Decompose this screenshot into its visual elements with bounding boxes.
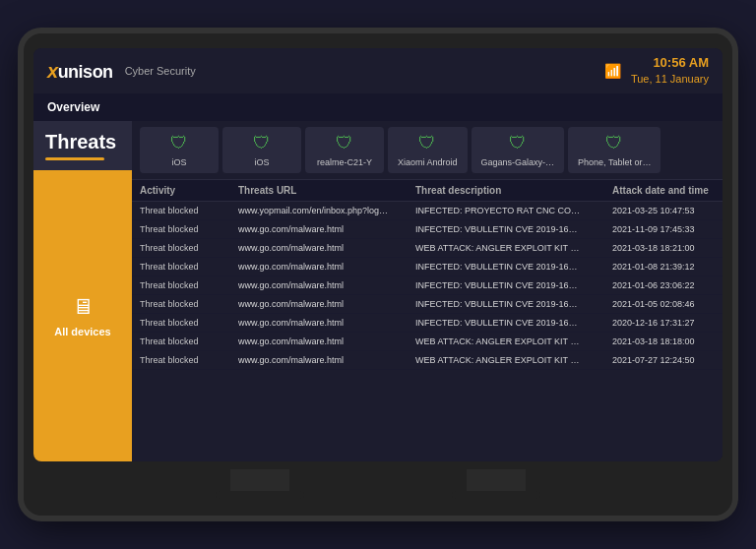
table-column-header: Attack date and time [612, 185, 723, 196]
td-url: www.go.com/malware.html [238, 224, 415, 234]
table-row[interactable]: Threat blocked www.go.com/malware.html W… [132, 333, 723, 351]
td-datetime: 2021-11-09 17:45:33 [612, 224, 723, 234]
table-column-header: Threat description [415, 185, 612, 196]
td-url: www.yopmail.com/en/inbox.php?log… [238, 206, 415, 215]
main-content: Threats 🖥 All devices 🛡 iOS 🛡 iOS 🛡 real… [33, 121, 723, 461]
td-description: WEB ATTACK: ANGLER EXPLOIT KIT … [415, 336, 612, 346]
devices-row: 🛡 iOS 🛡 iOS 🛡 realme-C21-Y 🛡 Xiaomi Andr… [132, 121, 723, 180]
td-activity: Threat blocked [140, 224, 238, 234]
device-card[interactable]: 🛡 iOS [222, 127, 301, 173]
device-shield-icon: 🛡 [605, 133, 623, 153]
device-name: iOS [254, 157, 269, 167]
clock-time: 10:56 AM [631, 54, 709, 72]
right-panel: 🛡 iOS 🛡 iOS 🛡 realme-C21-Y 🛡 Xiaomi Andr… [132, 121, 723, 461]
cyber-security-label: Cyber Security [125, 65, 196, 77]
table-row[interactable]: Threat blocked www.yopmail.com/en/inbox.… [132, 202, 723, 220]
device-shield-icon: 🛡 [418, 133, 436, 153]
device-shield-icon: 🛡 [336, 133, 353, 153]
table-area: ActivityThreats URLThreat descriptionAtt… [132, 180, 723, 461]
tv-leg-right [467, 469, 526, 499]
threats-panel: Threats [33, 121, 132, 170]
device-shield-icon: 🛡 [170, 133, 188, 153]
device-card[interactable]: 🛡 Xiaomi Android [388, 127, 468, 173]
clock-area: 10:56 AM Tue, 11 January [631, 54, 709, 88]
td-url: www.go.com/malware.html [238, 299, 415, 309]
table-row[interactable]: Threat blocked www.go.com/malware.html W… [132, 239, 723, 258]
td-description: INFECTED: VBULLETIN CVE 2019-16… [415, 224, 612, 234]
td-description: INFECTED: PROYECTO RAT CNC CO… [415, 206, 612, 215]
clock-date: Tue, 11 January [631, 72, 709, 87]
table-row[interactable]: Threat blocked www.go.com/malware.html I… [132, 220, 723, 239]
table-row[interactable]: Threat blocked www.go.com/malware.html I… [132, 276, 723, 295]
td-activity: Threat blocked [140, 336, 238, 346]
td-activity: Threat blocked [140, 206, 238, 215]
td-activity: Threat blocked [140, 243, 238, 253]
logo-x: x [47, 60, 58, 82]
nav-bar: Overview [33, 93, 723, 121]
table-column-header: Threats URL [238, 185, 415, 196]
table-row[interactable]: Threat blocked www.go.com/malware.html I… [132, 314, 723, 333]
device-name: iOS [171, 157, 186, 167]
wifi-icon: 📶 [604, 63, 621, 79]
device-name: Phone, Tablet or… [578, 157, 651, 167]
td-description: INFECTED: VBULLETIN CVE 2019-16… [415, 262, 612, 272]
all-devices-button[interactable]: 🖥 All devices [33, 170, 132, 461]
device-shield-icon: 🛡 [253, 133, 271, 153]
threats-title: Threats [45, 131, 120, 153]
all-devices-label: All devices [54, 326, 110, 337]
table-row[interactable]: Threat blocked www.go.com/malware.html I… [132, 295, 723, 314]
td-datetime: 2021-03-25 10:47:53 [612, 206, 723, 215]
td-url: www.go.com/malware.html [238, 280, 415, 290]
td-datetime: 2020-12-16 17:31:27 [612, 318, 723, 328]
td-datetime: 2021-03-18 18:21:00 [612, 243, 723, 253]
device-name: realme-C21-Y [317, 157, 372, 167]
table-row[interactable]: Threat blocked www.go.com/malware.html W… [132, 351, 723, 370]
tv-screen: xunison Cyber Security 📶 10:56 AM Tue, 1… [33, 48, 723, 461]
td-activity: Threat blocked [140, 355, 238, 365]
logo-area: xunison Cyber Security [47, 60, 196, 83]
tv-stand [230, 469, 526, 499]
device-card[interactable]: 🛡 Gagans-Galaxy-… [472, 127, 565, 173]
logo-rest: unison [58, 62, 113, 82]
td-description: INFECTED: VBULLETIN CVE 2019-16… [415, 299, 612, 309]
td-datetime: 2021-01-06 23:06:22 [612, 280, 723, 290]
left-sidebar: Threats 🖥 All devices [33, 121, 132, 461]
device-name: Xiaomi Android [398, 157, 458, 167]
td-url: www.go.com/malware.html [238, 318, 415, 328]
td-activity: Threat blocked [140, 318, 238, 328]
td-activity: Threat blocked [140, 262, 238, 272]
td-url: www.go.com/malware.html [238, 355, 415, 365]
td-url: www.go.com/malware.html [238, 262, 415, 272]
table-row[interactable]: Threat blocked www.go.com/malware.html I… [132, 258, 723, 276]
td-description: INFECTED: VBULLETIN CVE 2019-16… [415, 318, 612, 328]
device-card[interactable]: 🛡 Phone, Tablet or… [568, 127, 661, 173]
td-description: WEB ATTACK: ANGLER EXPLOIT KIT … [415, 355, 612, 365]
td-url: www.go.com/malware.html [238, 336, 415, 346]
device-card[interactable]: 🛡 realme-C21-Y [305, 127, 384, 173]
td-activity: Threat blocked [140, 299, 238, 309]
logo: xunison [47, 60, 113, 83]
device-name: Gagans-Galaxy-… [481, 157, 555, 167]
table-column-header: Activity [140, 185, 238, 196]
threats-underline [45, 157, 104, 160]
device-card[interactable]: 🛡 iOS [140, 127, 219, 173]
all-devices-icon: 🖥 [72, 294, 94, 320]
td-description: WEB ATTACK: ANGLER EXPLOIT KIT … [415, 243, 612, 253]
tv-frame: xunison Cyber Security 📶 10:56 AM Tue, 1… [24, 33, 732, 516]
td-datetime: 2021-07-27 12:24:50 [612, 355, 723, 365]
table-header: ActivityThreats URLThreat descriptionAtt… [132, 180, 723, 202]
device-shield-icon: 🛡 [509, 133, 527, 153]
td-description: INFECTED: VBULLETIN CVE 2019-16… [415, 280, 612, 290]
td-datetime: 2021-03-18 18:18:00 [612, 336, 723, 346]
td-datetime: 2021-01-08 21:39:12 [612, 262, 723, 272]
td-activity: Threat blocked [140, 280, 238, 290]
td-url: www.go.com/malware.html [238, 243, 415, 253]
table-body: Threat blocked www.yopmail.com/en/inbox.… [132, 202, 723, 370]
header-right: 📶 10:56 AM Tue, 11 January [604, 54, 709, 88]
td-datetime: 2021-01-05 02:08:46 [612, 299, 723, 309]
header-bar: xunison Cyber Security 📶 10:56 AM Tue, 1… [33, 48, 723, 93]
tv-leg-left [230, 469, 289, 499]
nav-overview[interactable]: Overview [47, 100, 99, 114]
